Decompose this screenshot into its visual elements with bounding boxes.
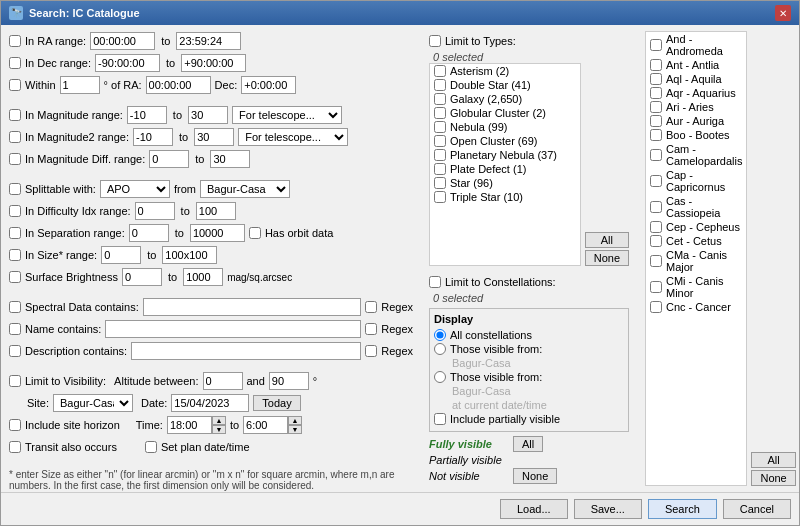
mag-diff-to[interactable]: [210, 150, 250, 168]
mag-range-select[interactable]: For telescope...: [232, 106, 342, 124]
within-value[interactable]: [60, 76, 100, 94]
save-button[interactable]: Save...: [574, 499, 642, 519]
dec-range-to[interactable]: [181, 54, 246, 72]
altitude-to[interactable]: [269, 372, 309, 390]
within-checkbox[interactable]: [9, 79, 21, 91]
list-item[interactable]: Aql - Aquila: [646, 72, 746, 86]
list-item[interactable]: Cet - Cetus: [646, 234, 746, 248]
ra-range-from[interactable]: [90, 32, 155, 50]
load-button[interactable]: Load...: [500, 499, 568, 519]
list-item[interactable]: Boo - Bootes: [646, 128, 746, 142]
time-from-input[interactable]: [167, 416, 212, 434]
spectral-regex-checkbox[interactable]: [365, 301, 377, 313]
desc-checkbox[interactable]: [9, 345, 21, 357]
spectral-input[interactable]: [143, 298, 361, 316]
time-from-up[interactable]: ▲: [212, 416, 226, 425]
brightness-from[interactable]: [122, 268, 162, 286]
splittable-location[interactable]: Bagur-Casa: [200, 180, 290, 198]
mag-range-checkbox[interactable]: [9, 109, 21, 121]
const-all-button[interactable]: All: [751, 452, 795, 468]
time-to-down[interactable]: ▼: [288, 425, 302, 434]
desc-regex-checkbox[interactable]: [365, 345, 377, 357]
mag2-range-select[interactable]: For telescope...: [238, 128, 348, 146]
limit-types-checkbox[interactable]: [429, 35, 441, 47]
separation-checkbox[interactable]: [9, 227, 21, 239]
brightness-checkbox[interactable]: [9, 271, 21, 283]
mag2-range-checkbox[interactable]: [9, 131, 21, 143]
types-all-button[interactable]: All: [585, 232, 629, 248]
list-item[interactable]: Aqr - Aquarius: [646, 86, 746, 100]
list-item[interactable]: Asterism (2): [430, 64, 580, 78]
mag-range-to[interactable]: [188, 106, 228, 124]
ra-range-checkbox[interactable]: [9, 35, 21, 47]
spectral-checkbox[interactable]: [9, 301, 21, 313]
cancel-button[interactable]: Cancel: [723, 499, 791, 519]
name-checkbox[interactable]: [9, 323, 21, 335]
size-from[interactable]: [101, 246, 141, 264]
list-item[interactable]: Cas - Cassiopeia: [646, 194, 746, 220]
mag-diff-from[interactable]: [149, 150, 189, 168]
list-item[interactable]: Globular Cluster (2): [430, 106, 580, 120]
list-item[interactable]: Cnc - Cancer: [646, 300, 746, 314]
list-item[interactable]: Plate Defect (1): [430, 162, 580, 176]
time-to-up[interactable]: ▲: [288, 416, 302, 425]
has-orbit-checkbox[interactable]: [249, 227, 261, 239]
difficulty-checkbox[interactable]: [9, 205, 21, 217]
list-item[interactable]: CMa - Canis Major: [646, 248, 746, 274]
list-item[interactable]: Open Cluster (69): [430, 134, 580, 148]
time-to-input[interactable]: [243, 416, 288, 434]
splittable-checkbox[interactable]: [9, 183, 21, 195]
visibility-none-button[interactable]: None: [513, 468, 557, 484]
brightness-to[interactable]: [183, 268, 223, 286]
list-item[interactable]: Ant - Antlia: [646, 58, 746, 72]
within-dec[interactable]: [241, 76, 296, 94]
set-plan-checkbox[interactable]: [145, 441, 157, 453]
display-all-radio[interactable]: [434, 329, 446, 341]
separation-from[interactable]: [129, 224, 169, 242]
list-item[interactable]: CMi - Canis Minor: [646, 274, 746, 300]
list-item[interactable]: Aur - Auriga: [646, 114, 746, 128]
time-from-down[interactable]: ▼: [212, 425, 226, 434]
splittable-select[interactable]: APO: [100, 180, 170, 198]
types-none-button[interactable]: None: [585, 250, 629, 266]
altitude-from[interactable]: [203, 372, 243, 390]
list-item[interactable]: Nebula (99): [430, 120, 580, 134]
within-ra[interactable]: [146, 76, 211, 94]
display-visible1-radio[interactable]: [434, 343, 446, 355]
display-visible2-radio[interactable]: [434, 371, 446, 383]
site-select[interactable]: Bagur-Casa: [53, 394, 133, 412]
list-item[interactable]: Cep - Cepheus: [646, 220, 746, 234]
list-item[interactable]: Cam - Camelopardalis: [646, 142, 746, 168]
search-button[interactable]: Search: [648, 499, 717, 519]
dec-range-checkbox[interactable]: [9, 57, 21, 69]
include-partial-checkbox[interactable]: [434, 413, 446, 425]
list-item[interactable]: Double Star (41): [430, 78, 580, 92]
today-button[interactable]: Today: [253, 395, 300, 411]
size-to[interactable]: [162, 246, 217, 264]
visibility-all-button[interactable]: All: [513, 436, 543, 452]
list-item[interactable]: Star (96): [430, 176, 580, 190]
horizon-checkbox[interactable]: [9, 419, 21, 431]
mag2-range-from[interactable]: [133, 128, 173, 146]
transit-checkbox[interactable]: [9, 441, 21, 453]
list-item[interactable]: Cap - Capricornus: [646, 168, 746, 194]
separation-to[interactable]: [190, 224, 245, 242]
date-input[interactable]: [171, 394, 249, 412]
limit-const-checkbox[interactable]: [429, 276, 441, 288]
desc-input[interactable]: [131, 342, 361, 360]
list-item[interactable]: And - Andromeda: [646, 32, 746, 58]
list-item[interactable]: Ari - Aries: [646, 100, 746, 114]
ra-range-to[interactable]: [176, 32, 241, 50]
list-item[interactable]: Galaxy (2,650): [430, 92, 580, 106]
difficulty-from[interactable]: [135, 202, 175, 220]
difficulty-to[interactable]: [196, 202, 236, 220]
mag-range-from[interactable]: [127, 106, 167, 124]
name-input[interactable]: [105, 320, 361, 338]
name-regex-checkbox[interactable]: [365, 323, 377, 335]
size-checkbox[interactable]: [9, 249, 21, 261]
visibility-checkbox[interactable]: [9, 375, 21, 387]
close-button[interactable]: ✕: [775, 5, 791, 21]
list-item[interactable]: Planetary Nebula (37): [430, 148, 580, 162]
const-none-button[interactable]: None: [751, 470, 795, 486]
list-item[interactable]: Triple Star (10): [430, 190, 580, 204]
